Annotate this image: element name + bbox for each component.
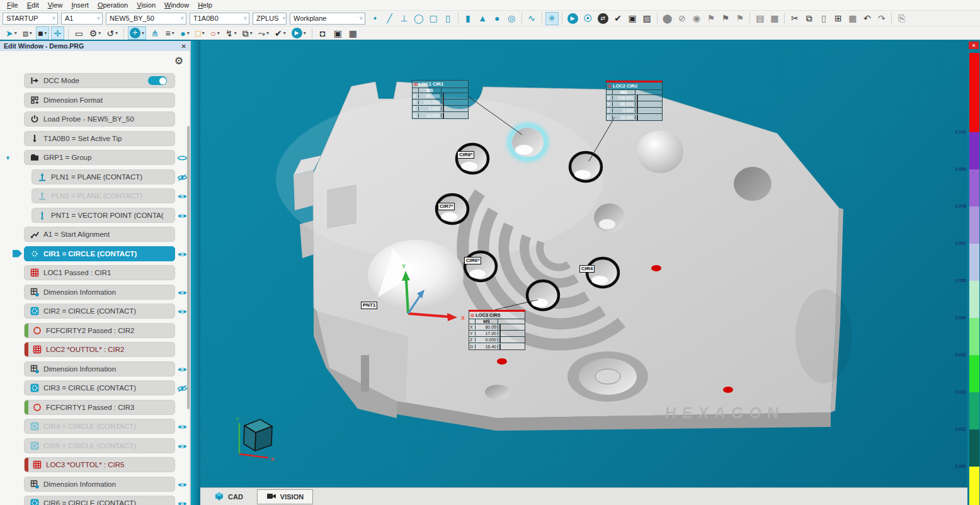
tip-select[interactable]: T1A0B0˅ <box>190 13 249 25</box>
execute-loop-icon[interactable]: ⇄ <box>596 12 610 25</box>
program-item-load[interactable]: Load Probe - NEW5_BY_50 <box>24 111 175 127</box>
execute-icon[interactable]: ▶ <box>566 12 580 25</box>
program-item-dimension[interactable]: Dimension Information <box>24 361 175 377</box>
capture-graphics-icon[interactable]: ▦ <box>346 26 360 40</box>
dimension-table-loc3[interactable]: ⊞LOC3 CIR5MSX80.00Y17.00Z0.000D16.40 <box>469 310 525 350</box>
alignment-select[interactable]: A1˅ <box>61 13 103 25</box>
print-icon[interactable]: ⎘ <box>895 12 908 25</box>
execute-from-cursor-icon[interactable]: ⦿ <box>581 12 595 25</box>
eye-icon[interactable] <box>177 191 188 200</box>
document-check-icon[interactable]: ▣ <box>626 12 639 25</box>
cylinder-icon[interactable]: ▮ <box>462 12 475 25</box>
feature-tag-pnt1[interactable]: PNT1 <box>361 302 377 309</box>
stop-icon[interactable]: ⬤ <box>661 12 675 25</box>
auto-feature-icon[interactable]: ✳ <box>545 12 559 25</box>
menu-help[interactable]: Help <box>193 1 217 9</box>
eye-icon[interactable] <box>177 211 188 219</box>
settings-gears-icon[interactable]: ⚙▾ <box>88 26 103 40</box>
probe-vectors-icon[interactable]: ⋔ <box>148 26 161 40</box>
program-item-dimension[interactable]: Dimension Format <box>24 93 175 108</box>
program-item-cir1[interactable]: CIR1 = CIRCLE (CONTACT) <box>24 246 175 261</box>
redo-icon[interactable]: ↷ <box>875 12 888 25</box>
feature-tag-cir8[interactable]: CIR8* <box>457 151 474 159</box>
cone-icon[interactable]: ▲ <box>476 12 489 25</box>
undo-icon[interactable]: ↶ <box>860 12 874 25</box>
gage-square-icon[interactable]: □▾ <box>193 26 207 40</box>
menu-window[interactable]: Window <box>160 1 193 9</box>
feature-readout-icon[interactable]: ≡▾ <box>163 26 176 40</box>
dcc-mode-toggle[interactable] <box>148 76 167 85</box>
view-wireframe-icon[interactable]: ⧈▾ <box>21 26 34 40</box>
capture-report-icon[interactable]: ▣ <box>331 26 345 40</box>
program-item-dimension[interactable]: Dimension Information <box>24 477 175 492</box>
square-slot-icon[interactable]: ▯ <box>442 12 455 25</box>
eye-icon[interactable] <box>177 499 188 505</box>
bookmark-insert-icon[interactable]: ⚑ <box>719 12 732 25</box>
eye-icon[interactable] <box>177 249 188 258</box>
paste-special-icon[interactable]: ⊞ <box>831 12 845 25</box>
line-icon[interactable]: ╱ <box>383 12 396 25</box>
cut-icon[interactable]: ✂ <box>788 12 801 25</box>
eye-icon[interactable] <box>177 153 188 161</box>
feature-tag-cir7[interactable]: CIR7* <box>438 203 455 210</box>
program-item-dcc[interactable]: DCC Mode <box>24 73 175 88</box>
eye-icon[interactable] <box>177 365 188 373</box>
dimension-table-loc2[interactable]: ⊞LOC2 CIR2MSX108.991Y88.991Z0.000D16.400 <box>606 81 663 121</box>
panel-splitter[interactable] <box>190 41 200 505</box>
copy-icon[interactable]: ⧉ <box>802 12 816 25</box>
program-item-cir6[interactable]: CIR6 = CIRCLE (CONTACT) <box>24 496 175 505</box>
feature-tag-cir6[interactable]: CIR6* <box>464 257 481 264</box>
point-icon[interactable]: • <box>368 12 382 25</box>
tab-cad[interactable]: CAD <box>205 489 252 504</box>
circle-icon[interactable]: ◯ <box>412 12 426 25</box>
dimension-table-loc1[interactable]: ⊞LOC1 CIR1MSX80.000Y101.000Z0.000D16.400 <box>412 80 469 119</box>
program-item-loc1[interactable]: LOC1 Passed : CIR1 <box>24 265 175 280</box>
eye-off-icon[interactable] <box>177 173 188 181</box>
eye-icon[interactable] <box>177 422 188 430</box>
bookmark-icon[interactable]: ⚑ <box>704 12 717 25</box>
camera-snapshot-icon[interactable]: ◘ <box>316 26 329 40</box>
program-item-loc2[interactable]: LOC2 *OUTTOL* : CIR2 <box>24 342 175 357</box>
program-item-cir5[interactable]: CIR5 = CIRCLE (CONTACT) <box>24 438 175 453</box>
program-item-grp1[interactable]: GRP1 = Group <box>24 150 175 165</box>
view-orientation-cube[interactable]: Y X <box>236 416 275 462</box>
eye-icon[interactable] <box>177 288 188 296</box>
probe-mode-icon[interactable]: ➤▾ <box>4 26 19 40</box>
program-item-dimension[interactable]: Dimension Information <box>24 285 175 300</box>
measurement-strategy-select[interactable]: STARTUP˅ <box>3 13 58 25</box>
tab-vision[interactable]: VISION <box>257 489 313 504</box>
path-optimize-icon[interactable]: ⤳▾ <box>256 26 271 40</box>
program-item-t1a0b0[interactable]: T1A0B0 = Set Active Tip <box>24 131 175 146</box>
menu-view[interactable]: View <box>43 1 67 9</box>
verify-icon[interactable]: ✔▾ <box>273 26 288 40</box>
program-item-fcfcirty1[interactable]: FCFCIRTY1 Passed : CIR3 <box>24 400 175 415</box>
sphere-icon[interactable]: ● <box>491 12 504 25</box>
pan-view-icon[interactable]: ✛ <box>51 26 64 40</box>
menu-vision[interactable]: Vision <box>132 1 160 9</box>
clipboard-grid-icon[interactable]: ▦ <box>846 12 859 25</box>
report-window-icon[interactable]: ▤ <box>753 12 766 25</box>
quick-feature-icon[interactable]: ↯▾ <box>224 26 239 40</box>
eye-icon[interactable] <box>177 480 188 488</box>
rotate-view-icon[interactable]: ↺▾ <box>105 26 120 40</box>
panel-scrollbar[interactable] <box>187 126 190 409</box>
sphere-view-icon[interactable]: ●▾ <box>178 26 191 40</box>
comment-icon[interactable]: ▭ <box>72 26 86 40</box>
probe-disable-icon[interactable]: ⊘ <box>675 12 688 25</box>
tree-expander-icon[interactable]: ▼ <box>5 155 11 161</box>
plane-icon[interactable]: ⊥ <box>397 12 411 25</box>
eye-off-icon[interactable] <box>177 383 188 392</box>
continue-icon[interactable]: ◉ <box>690 12 703 25</box>
curve-icon[interactable]: ∿ <box>525 12 538 25</box>
edit-window-close-icon[interactable]: ✕ <box>181 43 186 50</box>
gage-circle-icon[interactable]: ○▾ <box>208 26 222 40</box>
torus-icon[interactable]: ◎ <box>505 12 518 25</box>
menu-edit[interactable]: Edit <box>23 1 43 9</box>
panel-settings-gear-icon[interactable]: ⚙ <box>174 55 183 67</box>
probe-select[interactable]: NEW5_BY_50˅ <box>106 13 186 25</box>
view-solid-icon[interactable]: ■▾ <box>36 26 49 40</box>
color-scale-close-icon[interactable]: ✕ <box>969 42 979 49</box>
program-item-cir3[interactable]: CIR3 = CIRCLE (CONTACT) <box>24 380 175 395</box>
workplane-mode-select[interactable]: Workplane˅ <box>290 13 365 25</box>
program-item-cir2[interactable]: CIR2 = CIRCLE (CONTACT) <box>24 304 175 319</box>
